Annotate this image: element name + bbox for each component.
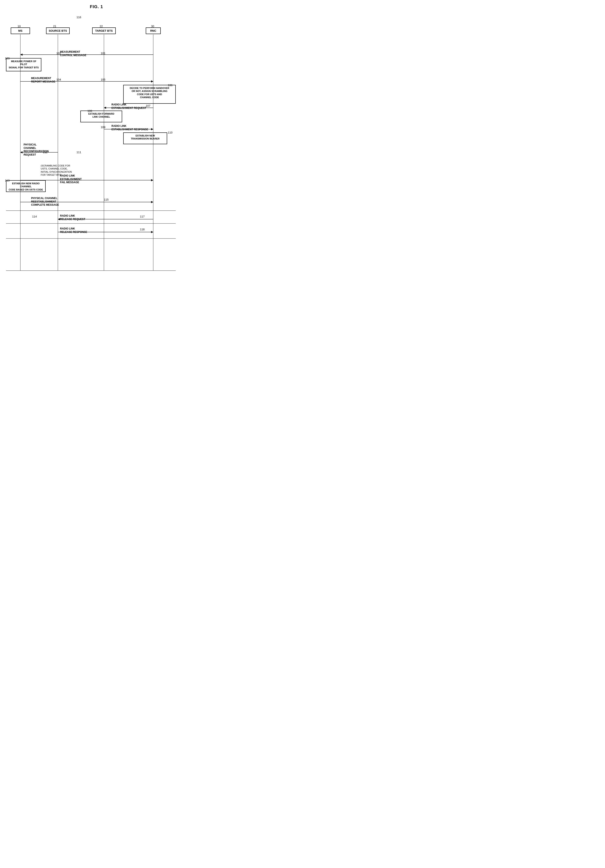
svg-marker-21 [151, 201, 153, 203]
ref-102: 102 [56, 52, 61, 55]
figure-title: FIG. 1 [4, 4, 189, 9]
entity-target-bts: TARGET BTS [92, 28, 116, 34]
ref-105: 105 [101, 78, 105, 81]
ref-110: 110 [168, 131, 172, 134]
ref-103: 103 [5, 57, 10, 60]
ref-113: 113 [5, 179, 10, 182]
ref-117: 117 [140, 215, 145, 218]
ref-108: 108 [87, 109, 92, 113]
ref-106: 106 [168, 84, 172, 87]
svg-marker-13 [104, 107, 106, 109]
svg-marker-17 [20, 151, 23, 153]
ref-109: 109 [101, 126, 105, 129]
ref-118: 118 [140, 228, 145, 231]
box-decide-handover: DECIDE TO PERFORM HANDOVEROR NOT, ASSIGN… [123, 85, 176, 104]
sequence-diagram: 10 MS 21 SOURCE BTS 22 TARGET BTS 30 RNC… [4, 16, 189, 273]
ref-115: 115 [104, 198, 109, 201]
msg-rl-fail: RADIO LINKESTABLISHMENTFAIL MESSAGE [60, 174, 82, 184]
msg-measurement-report: MEASUREMENTREPORT MESSAGE [31, 77, 55, 83]
box-establish-forward: ESTABLISH FORWARDLINK CHANNEL [81, 110, 122, 122]
ref-112: 112 [43, 150, 48, 154]
msg-rl-est-resp: RADIO LINKESTABLISHMENT RESPONSE [112, 124, 148, 131]
page: FIG. 1 10 MS 21 SOURCE BTS 22 TARGET BTS… [4, 4, 189, 273]
ref-104: 104 [56, 78, 61, 81]
svg-marker-19 [151, 179, 153, 181]
box-measure-power: MEASURE POWER OF PILOTSIGNAL FOR TARGET … [6, 58, 41, 71]
svg-marker-9 [20, 54, 23, 56]
svg-marker-25 [151, 231, 153, 233]
entity-ms: MS [11, 28, 30, 34]
msg-phys-reest: PHYSICAL CHANNELREESTABLISHMENTCOMPLETE … [31, 197, 59, 207]
msg-measurement-control: MEASUREMENTCONTROL MESSAGE [60, 50, 86, 57]
msg-rl-est-req: RADIO LINKESTABLISHMENT REQUEST [112, 103, 146, 110]
svg-marker-11 [151, 81, 153, 82]
msg-rl-release-req: RADIO LINKRELEASE REQUEST [60, 214, 85, 221]
ref-107: 107 [146, 104, 150, 107]
entity-source-bts: SOURCE BTS [46, 28, 70, 34]
box-establish-bearer: ESTABLISH NEWTRANSMISSION BEARER [123, 132, 167, 144]
ref-114: 114 [32, 215, 37, 218]
msg-phys-reconfig: PHYSICALCHANNELRECONFIGURATIONREQUEST [23, 143, 49, 157]
entity-rnc: RNC [146, 28, 161, 34]
svg-marker-23 [58, 218, 60, 220]
box-establish-radio: ESTABLISH NEW RADIO CHANNELCODE BASED ON… [6, 180, 46, 192]
ref-111: 111 [76, 150, 81, 154]
ref-101: 101 [101, 52, 105, 55]
msg-rl-release-resp: RADIO LINKRELEASE RESPONSE [60, 227, 87, 234]
svg-marker-15 [151, 128, 153, 130]
ref-116: 116 [76, 16, 81, 19]
